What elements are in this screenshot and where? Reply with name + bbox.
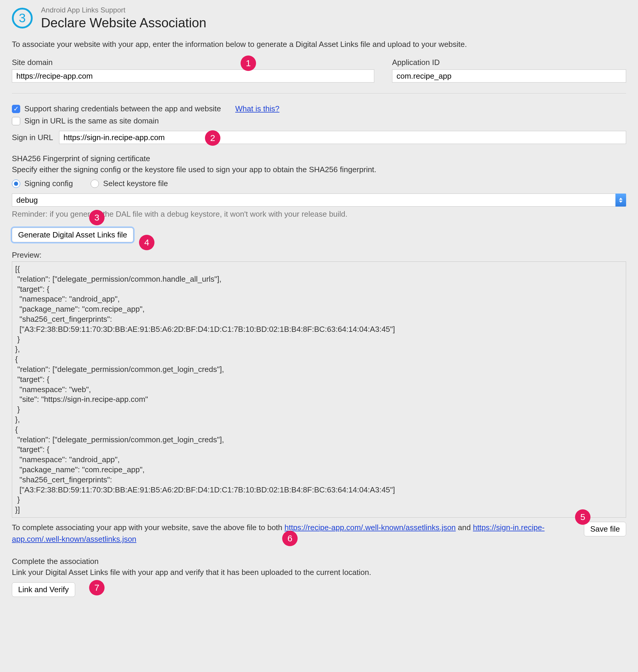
generate-dal-button[interactable]: Generate Digital Asset Links file <box>12 228 133 242</box>
save-instruction-prefix: To complete associating your app with yo… <box>12 523 285 532</box>
save-instruction-text: To complete associating your app with yo… <box>12 522 578 545</box>
radio-signing-config-label: Signing config <box>24 179 73 188</box>
step-circle: 3 <box>12 8 33 29</box>
radio-signing-config[interactable]: Signing config <box>12 179 73 188</box>
signing-config-select[interactable] <box>12 193 626 207</box>
save-file-button[interactable]: Save file <box>584 522 626 536</box>
site-domain-input[interactable] <box>12 69 374 83</box>
callout-4: 4 <box>139 235 154 250</box>
sign-in-url-label: Sign in URL <box>12 133 53 142</box>
radio-keystore-file[interactable]: Select keystore file <box>90 179 168 188</box>
support-credentials-label: Support sharing credentials between the … <box>24 104 221 114</box>
breadcrumb: Android App Links Support <box>41 6 206 14</box>
complete-title: Complete the association <box>12 557 626 566</box>
save-instruction-middle: and <box>456 523 473 532</box>
page-title: Declare Website Association <box>41 15 206 30</box>
support-credentials-checkbox[interactable]: ✓ <box>12 105 20 113</box>
select-caret-icon[interactable] <box>616 193 626 207</box>
radio-keystore-label: Select keystore file <box>103 179 168 188</box>
complete-subtitle: Link your Digital Asset Links file with … <box>12 568 626 577</box>
link-and-verify-button[interactable]: Link and Verify <box>12 582 75 597</box>
sha-reminder: Reminder: if you generate the DAL file w… <box>12 210 626 219</box>
sha-subtitle: Specify either the signing config or the… <box>12 165 626 174</box>
application-id-input[interactable] <box>392 69 626 83</box>
same-as-domain-label: Sign in URL is the same as site domain <box>24 116 159 125</box>
assetlinks-link-1[interactable]: https://recipe-app.com/.well-known/asset… <box>285 523 456 532</box>
callout-7: 7 <box>89 580 104 596</box>
divider <box>12 93 626 93</box>
site-domain-label: Site domain <box>12 58 374 67</box>
what-is-this-link[interactable]: What is this? <box>235 104 280 114</box>
same-as-domain-checkbox[interactable] <box>12 117 20 125</box>
preview-box: [{ "relation": ["delegate_permission/com… <box>12 261 626 518</box>
application-id-label: Application ID <box>392 58 626 67</box>
page-header: 3 Android App Links Support Declare Webs… <box>12 6 626 30</box>
preview-label: Preview: <box>12 251 626 260</box>
intro-text: To associate your website with your app,… <box>12 40 626 49</box>
signing-config-value[interactable] <box>12 193 626 207</box>
sha-title: SHA256 Fingerprint of signing certificat… <box>12 154 626 163</box>
sign-in-url-input[interactable] <box>59 131 626 144</box>
